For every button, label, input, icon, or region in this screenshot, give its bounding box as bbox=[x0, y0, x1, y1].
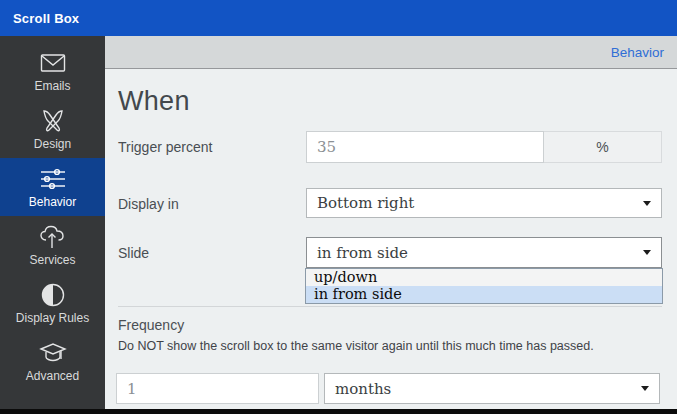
chevron-down-icon bbox=[641, 386, 649, 391]
sidebar-item-behavior[interactable]: Behavior bbox=[0, 158, 105, 216]
frequency-value-input[interactable] bbox=[116, 373, 319, 404]
trigger-percent-label: Trigger percent bbox=[118, 139, 212, 155]
sliders-icon bbox=[39, 166, 67, 192]
sidebar-item-label: Advanced bbox=[26, 369, 79, 383]
section-header-strip: Behavior bbox=[105, 36, 677, 69]
display-in-value: Bottom right bbox=[317, 194, 637, 212]
breadcrumb[interactable]: Behavior bbox=[611, 45, 677, 60]
cloud-upload-icon bbox=[39, 224, 67, 250]
sidebar-item-label: Display Rules bbox=[16, 311, 89, 325]
paintbrushes-icon bbox=[40, 108, 66, 134]
graduation-cap-icon bbox=[39, 340, 67, 366]
frequency-description: Do NOT show the scroll box to the same v… bbox=[118, 339, 594, 353]
page-title: When bbox=[118, 86, 190, 117]
window-bottom-edge bbox=[0, 409, 677, 414]
sidebar-item-label: Services bbox=[29, 253, 75, 267]
frequency-unit-value: months bbox=[335, 380, 635, 398]
trigger-percent-input[interactable] bbox=[306, 131, 544, 163]
chevron-down-icon bbox=[643, 201, 651, 206]
slide-dropdown-popup: up/down in from side bbox=[305, 268, 663, 304]
frequency-label: Frequency bbox=[118, 317, 184, 333]
dropdown-option-in-from-side[interactable]: in from side bbox=[306, 286, 662, 303]
trigger-percent-group: % bbox=[306, 131, 662, 163]
main-content: Behavior When Trigger percent % Display … bbox=[105, 36, 677, 414]
dropdown-option-up-down[interactable]: up/down bbox=[306, 269, 662, 286]
sidebar-item-label: Emails bbox=[34, 79, 70, 93]
contrast-icon bbox=[40, 282, 66, 308]
section-divider bbox=[118, 306, 662, 307]
sidebar-item-label: Behavior bbox=[29, 195, 76, 209]
percent-addon: % bbox=[544, 131, 662, 163]
display-in-select[interactable]: Bottom right bbox=[306, 188, 662, 218]
slide-value: in from side bbox=[317, 244, 637, 262]
sidebar: Emails Design Behavior bbox=[0, 36, 105, 414]
envelope-icon bbox=[40, 50, 66, 76]
slide-label: Slide bbox=[118, 245, 149, 261]
frequency-unit-select[interactable]: months bbox=[324, 373, 660, 404]
sidebar-item-advanced[interactable]: Advanced bbox=[0, 332, 105, 390]
sidebar-item-label: Design bbox=[34, 137, 71, 151]
sidebar-item-emails[interactable]: Emails bbox=[0, 42, 105, 100]
title-bar: Scroll Box bbox=[0, 0, 677, 36]
chevron-down-icon bbox=[643, 250, 651, 255]
sidebar-item-design[interactable]: Design bbox=[0, 100, 105, 158]
scroll-box-settings-window: Scroll Box Emails Design bbox=[0, 0, 677, 414]
app-title: Scroll Box bbox=[0, 11, 79, 26]
sidebar-item-display-rules[interactable]: Display Rules bbox=[0, 274, 105, 332]
slide-select[interactable]: in from side bbox=[306, 237, 662, 268]
display-in-label: Display in bbox=[118, 196, 179, 212]
sidebar-item-services[interactable]: Services bbox=[0, 216, 105, 274]
